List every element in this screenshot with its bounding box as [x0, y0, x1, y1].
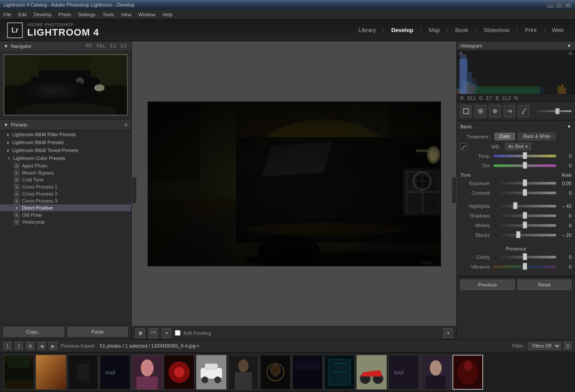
filmstrip-thumb-13[interactable]: soul	[388, 355, 419, 390]
nav-develop[interactable]: Develop	[387, 25, 418, 35]
red-eye-tool[interactable]	[489, 105, 500, 117]
page-2-button[interactable]: 2	[15, 342, 23, 350]
preset-cross-process-1[interactable]: ≡ Cross Process 1	[0, 183, 131, 190]
menu-view[interactable]: View	[121, 12, 131, 17]
clarity-slider[interactable]	[493, 256, 556, 258]
auto-button[interactable]: Auto	[561, 173, 571, 178]
menu-settings[interactable]: Settings	[78, 12, 96, 17]
nav-print[interactable]: Print	[521, 25, 541, 35]
filmstrip-thumb-3[interactable]	[68, 355, 98, 390]
filmstrip-thumb-8[interactable]	[228, 355, 259, 390]
vibrance-slider-thumb[interactable]	[523, 263, 527, 270]
filmstrip-thumb-14[interactable]	[420, 355, 451, 390]
clarity-slider-thumb[interactable]	[523, 253, 527, 260]
filmstrip-thumb-15[interactable]	[452, 355, 483, 390]
menu-tools[interactable]: Tools	[103, 12, 114, 17]
whites-slider[interactable]	[493, 224, 556, 227]
previous-button[interactable]: Previous	[460, 279, 515, 290]
preset-bleach-bypass[interactable]: ≡ Bleach Bypass	[0, 169, 131, 176]
prev-photo-button[interactable]: ◀	[38, 342, 46, 350]
color-treatment-button[interactable]: Color	[495, 133, 515, 140]
compare-arrow[interactable]: ▾	[162, 328, 171, 338]
preset-group-bw-toned-header[interactable]: ▶ Lightroom B&W Toned Presets	[0, 146, 131, 154]
filmstrip-thumb-5[interactable]	[132, 355, 163, 390]
highlights-slider[interactable]	[493, 205, 556, 207]
crop-tool[interactable]	[460, 105, 471, 117]
whites-slider-thumb[interactable]	[523, 221, 527, 229]
wb-dropdown[interactable]: As Shot ▾	[505, 143, 531, 150]
filter-icon[interactable]: ☰	[564, 342, 571, 350]
menu-window[interactable]: Window	[138, 12, 156, 17]
preset-cross-process-2[interactable]: ≡ Cross Process 2	[0, 190, 131, 197]
menu-develop[interactable]: Develop	[34, 12, 51, 17]
tint-slider[interactable]	[493, 164, 556, 167]
preset-cross-process-3[interactable]: ≡ Cross Process 3	[0, 197, 131, 204]
reset-button[interactable]: Reset	[517, 279, 572, 290]
image-view[interactable]: © photo	[132, 41, 456, 326]
nav-fit[interactable]: FIT	[84, 43, 94, 49]
filter-dropdown[interactable]: Filters Off	[528, 342, 561, 350]
menu-help[interactable]: Help	[163, 12, 173, 17]
navigator-image[interactable]	[4, 54, 128, 116]
preset-cold-tone[interactable]: ≡ Cold Tone	[0, 176, 131, 183]
nav-library[interactable]: Library	[354, 25, 380, 35]
view-mode-button[interactable]: ▣	[135, 328, 145, 338]
preset-direct-positive[interactable]: ≡ Direct Positive	[0, 204, 131, 211]
nav-web[interactable]: Web	[548, 25, 568, 35]
close-button[interactable]: ✕	[564, 2, 571, 8]
menu-photo[interactable]: Photo	[58, 12, 71, 17]
grid-view-button[interactable]: ⊞	[26, 342, 34, 350]
copy-button[interactable]: Copy...	[4, 327, 64, 337]
menu-edit[interactable]: Edit	[18, 12, 27, 17]
maximize-button[interactable]: □	[556, 2, 563, 8]
preset-group-bw-header[interactable]: ▶ Lightroom B&W Presets	[0, 138, 131, 146]
toolbar-expand-button[interactable]: ▾	[443, 328, 453, 338]
preset-group-color-header[interactable]: ▼ Lightroom Color Presets	[0, 154, 131, 162]
exposure-slider-thumb[interactable]	[523, 179, 527, 186]
contrast-slider-thumb[interactable]	[523, 189, 527, 196]
shadows-slider-thumb[interactable]	[523, 212, 527, 219]
compare-button[interactable]: YY	[148, 328, 158, 338]
filmstrip-thumb-9[interactable]	[260, 355, 291, 390]
filmstrip-thumb-6[interactable]	[164, 355, 195, 390]
next-photo-button[interactable]: ▶	[49, 342, 57, 350]
temp-slider[interactable]	[493, 155, 556, 157]
gradient-tool[interactable]	[504, 105, 515, 117]
temp-slider-thumb[interactable]	[523, 152, 527, 159]
presets-add-button[interactable]: +	[124, 121, 128, 128]
filmstrip-thumb-2[interactable]	[36, 355, 66, 390]
presets-collapse-icon[interactable]: ▼	[4, 122, 8, 127]
histogram-collapse-icon[interactable]: ▼	[567, 43, 571, 48]
basic-collapse-icon[interactable]: ▼	[567, 124, 571, 129]
nav-fill[interactable]: FILL	[95, 43, 107, 49]
filmstrip-thumb-7[interactable]	[196, 355, 227, 390]
blacks-slider-thumb[interactable]	[516, 231, 521, 238]
paste-button[interactable]: Paste	[68, 327, 128, 337]
bw-treatment-button[interactable]: Black & White	[518, 133, 555, 140]
preset-aged-photo[interactable]: ≡ Aged Photo	[0, 162, 131, 169]
page-1-button[interactable]: 1	[4, 342, 11, 350]
filmstrip-thumb-12[interactable]	[356, 355, 387, 390]
filmstrip-thumb-11[interactable]	[324, 355, 355, 390]
tint-slider-thumb[interactable]	[523, 162, 527, 169]
highlights-slider-thumb[interactable]	[513, 202, 517, 209]
exposure-slider[interactable]	[493, 182, 556, 185]
left-panel-collapse-arrow[interactable]: ‹	[131, 177, 137, 203]
minimize-button[interactable]: _	[547, 2, 554, 8]
contrast-slider[interactable]	[493, 192, 556, 194]
right-panel-collapse-arrow[interactable]: ›	[452, 177, 457, 203]
nav-slideshow[interactable]: Slideshow	[479, 25, 514, 35]
nav-map[interactable]: Map	[424, 25, 444, 35]
slider-control[interactable]	[536, 105, 571, 117]
filmstrip-thumb-4[interactable]: soul	[100, 355, 130, 390]
preset-group-bw-filter-header[interactable]: ▶ Lightroom B&W Filter Presets	[0, 131, 131, 138]
wb-eyedropper-icon[interactable]	[460, 143, 467, 150]
photo-dropdown-icon[interactable]: ▾	[197, 343, 199, 348]
preset-yesteryear[interactable]: ≡ Yesteryear	[0, 218, 131, 225]
nav-book[interactable]: Book	[451, 25, 473, 35]
blacks-slider[interactable]	[493, 234, 556, 236]
nav-3to1[interactable]: 3:1	[119, 43, 128, 49]
spot-heal-tool[interactable]	[475, 105, 486, 117]
nav-1to1[interactable]: 1:1	[108, 43, 117, 49]
soft-proofing-checkbox[interactable]	[175, 330, 181, 336]
